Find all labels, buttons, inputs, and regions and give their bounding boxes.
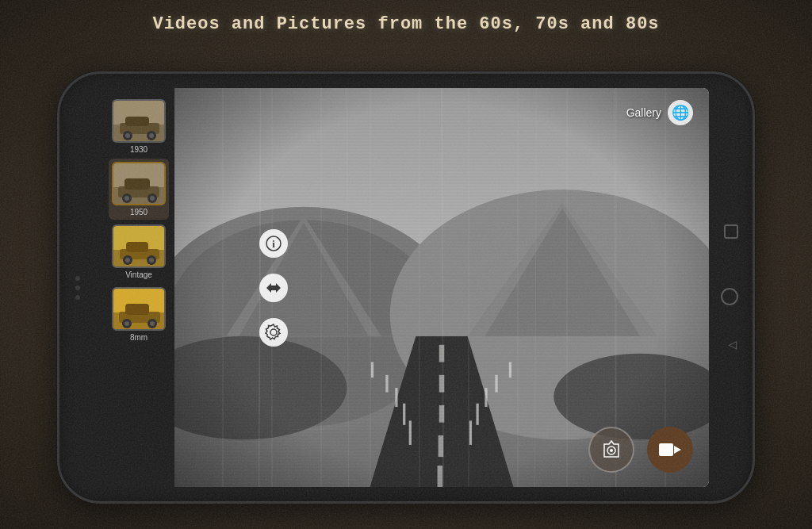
info-button[interactable]: i	[259, 229, 288, 258]
filter-thumb-8mm	[112, 287, 166, 331]
svg-point-29	[124, 321, 129, 326]
svg-rect-3	[125, 117, 149, 126]
flip-camera-button[interactable]	[259, 274, 288, 302]
filter-label-8mm: 8mm	[130, 333, 147, 342]
svg-point-21	[125, 258, 130, 263]
svg-rect-19	[126, 242, 148, 252]
filter-panel: 1930 1950	[103, 88, 174, 487]
filter-label-1930: 1930	[130, 145, 147, 154]
gallery-globe-icon: 🌐	[668, 100, 693, 125]
svg-point-23	[149, 258, 154, 263]
square-button[interactable]	[724, 224, 738, 239]
svg-text:i: i	[272, 238, 275, 250]
video-button[interactable]	[647, 427, 693, 473]
svg-rect-27	[125, 304, 149, 315]
gallery-button[interactable]: Gallery 🌐	[626, 100, 693, 125]
svg-point-15	[150, 196, 155, 201]
circle-button[interactable]	[721, 288, 738, 305]
filter-label-1950: 1950	[130, 208, 147, 217]
filter-thumb-1930	[112, 99, 166, 143]
svg-point-7	[149, 133, 154, 138]
gallery-label: Gallery	[626, 106, 661, 119]
filter-1930[interactable]: 1930	[109, 96, 169, 157]
speaker	[75, 276, 80, 300]
svg-marker-74	[674, 446, 681, 454]
camera-action-buttons	[588, 427, 693, 473]
filter-1950[interactable]: 1950	[109, 159, 169, 220]
svg-rect-11	[124, 178, 150, 190]
filter-vintage[interactable]: Vintage	[109, 221, 169, 282]
settings-button[interactable]	[259, 318, 288, 347]
svg-point-31	[150, 321, 155, 326]
back-button[interactable]: ◁	[728, 335, 737, 353]
svg-point-5	[125, 133, 130, 138]
svg-point-13	[124, 196, 129, 201]
phone-screen: 1930 1950	[103, 88, 709, 487]
filter-label-vintage: Vintage	[125, 270, 152, 279]
photo-button[interactable]	[588, 427, 634, 473]
app-title: Videos and Pictures from the 60s, 70s an…	[0, 14, 812, 34]
camera-viewfinder: Gallery 🌐 i	[174, 88, 709, 487]
svg-rect-73	[659, 443, 673, 456]
filter-8mm[interactable]: 8mm	[109, 284, 169, 345]
svg-point-72	[610, 449, 613, 452]
filter-thumb-1950	[112, 162, 166, 205]
filter-thumb-vintage	[112, 224, 166, 268]
camera-controls: i	[254, 88, 293, 487]
svg-point-70	[270, 329, 277, 335]
phone-frame: ◁	[57, 71, 755, 504]
